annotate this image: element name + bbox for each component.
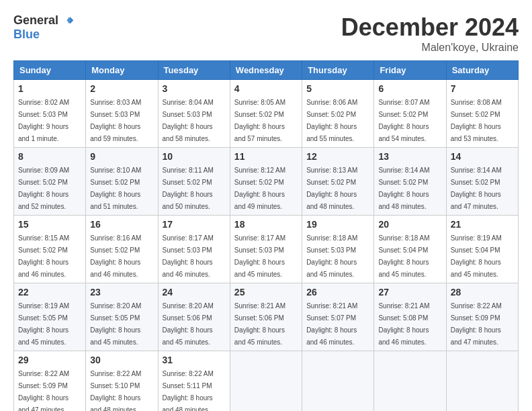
day-info: Sunrise: 8:20 AMSunset: 5:06 PMDaylight:… bbox=[163, 302, 214, 346]
day-info: Sunrise: 8:05 AMSunset: 5:02 PMDaylight:… bbox=[234, 99, 285, 142]
calendar-week-row: 22 Sunrise: 8:19 AMSunset: 5:05 PMDaylig… bbox=[14, 283, 519, 351]
calendar-day-cell bbox=[230, 351, 302, 412]
weekday-label: Saturday bbox=[446, 61, 518, 80]
calendar-day-cell: 3 Sunrise: 8:04 AMSunset: 5:03 PMDayligh… bbox=[158, 80, 230, 148]
day-number: 27 bbox=[378, 287, 441, 298]
day-number: 24 bbox=[163, 287, 226, 298]
calendar-day-cell: 10 Sunrise: 8:11 AMSunset: 5:02 PMDaylig… bbox=[158, 148, 230, 216]
calendar-day-cell: 28 Sunrise: 8:22 AMSunset: 5:09 PMDaylig… bbox=[446, 283, 518, 351]
calendar-day-cell: 30 Sunrise: 8:22 AMSunset: 5:10 PMDaylig… bbox=[86, 351, 158, 412]
calendar-day-cell: 18 Sunrise: 8:17 AMSunset: 5:03 PMDaylig… bbox=[230, 216, 302, 283]
day-info: Sunrise: 8:17 AMSunset: 5:03 PMDaylight:… bbox=[234, 234, 285, 278]
day-info: Sunrise: 8:11 AMSunset: 5:02 PMDaylight:… bbox=[163, 167, 214, 210]
day-number: 7 bbox=[451, 83, 514, 94]
calendar-day-cell: 20 Sunrise: 8:18 AMSunset: 5:04 PMDaylig… bbox=[374, 216, 446, 283]
day-info: Sunrise: 8:19 AMSunset: 5:05 PMDaylight:… bbox=[18, 302, 69, 346]
day-info: Sunrise: 8:21 AMSunset: 5:07 PMDaylight:… bbox=[306, 302, 357, 346]
day-number: 31 bbox=[163, 355, 226, 365]
calendar-day-cell bbox=[374, 351, 446, 412]
day-info: Sunrise: 8:20 AMSunset: 5:05 PMDaylight:… bbox=[90, 302, 141, 346]
calendar-day-cell bbox=[302, 351, 374, 412]
weekday-label: Monday bbox=[86, 61, 158, 80]
calendar-day-cell: 29 Sunrise: 8:22 AMSunset: 5:09 PMDaylig… bbox=[14, 351, 86, 412]
day-info: Sunrise: 8:08 AMSunset: 5:02 PMDaylight:… bbox=[451, 99, 502, 142]
calendar-day-cell: 27 Sunrise: 8:21 AMSunset: 5:08 PMDaylig… bbox=[374, 283, 446, 351]
day-number: 21 bbox=[451, 219, 514, 230]
calendar-day-cell: 1 Sunrise: 8:02 AMSunset: 5:03 PMDayligh… bbox=[14, 80, 86, 148]
day-info: Sunrise: 8:07 AMSunset: 5:02 PMDaylight:… bbox=[378, 99, 429, 142]
calendar-table: SundayMondayTuesdayWednesdayThursdayFrid… bbox=[13, 60, 519, 411]
day-info: Sunrise: 8:21 AMSunset: 5:06 PMDaylight:… bbox=[234, 302, 285, 346]
calendar-week-row: 8 Sunrise: 8:09 AMSunset: 5:02 PMDayligh… bbox=[14, 148, 519, 216]
day-number: 30 bbox=[90, 355, 153, 365]
day-info: Sunrise: 8:16 AMSunset: 5:02 PMDaylight:… bbox=[90, 234, 141, 278]
location-text: Malen'koye, Ukraine bbox=[341, 42, 519, 54]
day-info: Sunrise: 8:21 AMSunset: 5:08 PMDaylight:… bbox=[378, 302, 429, 346]
day-number: 8 bbox=[18, 151, 81, 162]
calendar-day-cell bbox=[446, 351, 518, 412]
logo: General Blue bbox=[13, 13, 75, 42]
day-info: Sunrise: 8:17 AMSunset: 5:03 PMDaylight:… bbox=[163, 234, 214, 278]
calendar-day-cell: 13 Sunrise: 8:14 AMSunset: 5:02 PMDaylig… bbox=[374, 148, 446, 216]
calendar-week-row: 1 Sunrise: 8:02 AMSunset: 5:03 PMDayligh… bbox=[14, 80, 519, 148]
day-number: 1 bbox=[18, 83, 81, 94]
day-info: Sunrise: 8:19 AMSunset: 5:04 PMDaylight:… bbox=[451, 234, 502, 278]
day-number: 2 bbox=[90, 83, 153, 94]
weekday-label: Sunday bbox=[14, 61, 86, 80]
day-number: 15 bbox=[18, 219, 81, 230]
day-info: Sunrise: 8:13 AMSunset: 5:02 PMDaylight:… bbox=[306, 167, 357, 210]
weekday-label: Wednesday bbox=[230, 61, 302, 80]
day-number: 20 bbox=[378, 219, 441, 230]
calendar-day-cell: 11 Sunrise: 8:12 AMSunset: 5:02 PMDaylig… bbox=[230, 148, 302, 216]
day-number: 12 bbox=[306, 151, 369, 162]
calendar-day-cell: 5 Sunrise: 8:06 AMSunset: 5:02 PMDayligh… bbox=[302, 80, 374, 148]
page-header: General Blue December 2024 Malen'koye, U… bbox=[13, 13, 519, 54]
calendar-day-cell: 15 Sunrise: 8:15 AMSunset: 5:02 PMDaylig… bbox=[14, 216, 86, 283]
day-number: 16 bbox=[90, 219, 153, 230]
day-number: 23 bbox=[90, 287, 153, 298]
day-number: 13 bbox=[378, 151, 441, 162]
calendar-day-cell: 31 Sunrise: 8:22 AMSunset: 5:11 PMDaylig… bbox=[158, 351, 230, 412]
day-number: 22 bbox=[18, 287, 81, 298]
calendar-day-cell: 9 Sunrise: 8:10 AMSunset: 5:02 PMDayligh… bbox=[86, 148, 158, 216]
weekday-label: Friday bbox=[374, 61, 446, 80]
month-title: December 2024 bbox=[341, 13, 519, 42]
day-info: Sunrise: 8:14 AMSunset: 5:02 PMDaylight:… bbox=[378, 167, 429, 210]
calendar-day-cell: 4 Sunrise: 8:05 AMSunset: 5:02 PMDayligh… bbox=[230, 80, 302, 148]
day-info: Sunrise: 8:10 AMSunset: 5:02 PMDaylight:… bbox=[90, 167, 141, 210]
title-section: December 2024 Malen'koye, Ukraine bbox=[341, 13, 519, 54]
day-info: Sunrise: 8:22 AMSunset: 5:10 PMDaylight:… bbox=[90, 370, 141, 411]
logo-general-text: General bbox=[13, 13, 58, 28]
day-info: Sunrise: 8:22 AMSunset: 5:09 PMDaylight:… bbox=[451, 302, 502, 346]
day-number: 19 bbox=[306, 219, 369, 230]
calendar-day-cell: 2 Sunrise: 8:03 AMSunset: 5:03 PMDayligh… bbox=[86, 80, 158, 148]
day-info: Sunrise: 8:09 AMSunset: 5:02 PMDaylight:… bbox=[18, 167, 69, 210]
day-number: 6 bbox=[378, 83, 441, 94]
calendar-day-cell: 17 Sunrise: 8:17 AMSunset: 5:03 PMDaylig… bbox=[158, 216, 230, 283]
calendar-day-cell: 22 Sunrise: 8:19 AMSunset: 5:05 PMDaylig… bbox=[14, 283, 86, 351]
calendar-day-cell: 21 Sunrise: 8:19 AMSunset: 5:04 PMDaylig… bbox=[446, 216, 518, 283]
calendar-week-row: 29 Sunrise: 8:22 AMSunset: 5:09 PMDaylig… bbox=[14, 351, 519, 412]
calendar-day-cell: 26 Sunrise: 8:21 AMSunset: 5:07 PMDaylig… bbox=[302, 283, 374, 351]
logo-blue-text: Blue bbox=[13, 28, 40, 42]
logo-icon bbox=[61, 14, 75, 28]
day-number: 9 bbox=[90, 151, 153, 162]
calendar-body: 1 Sunrise: 8:02 AMSunset: 5:03 PMDayligh… bbox=[14, 80, 519, 412]
day-info: Sunrise: 8:14 AMSunset: 5:02 PMDaylight:… bbox=[451, 167, 502, 210]
calendar-day-cell: 7 Sunrise: 8:08 AMSunset: 5:02 PMDayligh… bbox=[446, 80, 518, 148]
day-number: 25 bbox=[234, 287, 298, 298]
day-info: Sunrise: 8:18 AMSunset: 5:03 PMDaylight:… bbox=[306, 234, 357, 278]
day-number: 3 bbox=[163, 83, 226, 94]
calendar-day-cell: 16 Sunrise: 8:16 AMSunset: 5:02 PMDaylig… bbox=[86, 216, 158, 283]
day-number: 4 bbox=[234, 83, 298, 94]
day-info: Sunrise: 8:22 AMSunset: 5:09 PMDaylight:… bbox=[18, 370, 69, 411]
calendar-week-row: 15 Sunrise: 8:15 AMSunset: 5:02 PMDaylig… bbox=[14, 216, 519, 283]
day-number: 14 bbox=[451, 151, 514, 162]
day-info: Sunrise: 8:15 AMSunset: 5:02 PMDaylight:… bbox=[18, 234, 69, 278]
day-info: Sunrise: 8:22 AMSunset: 5:11 PMDaylight:… bbox=[163, 370, 214, 411]
day-number: 11 bbox=[234, 151, 298, 162]
day-number: 28 bbox=[451, 287, 514, 298]
day-info: Sunrise: 8:18 AMSunset: 5:04 PMDaylight:… bbox=[378, 234, 429, 278]
day-info: Sunrise: 8:03 AMSunset: 5:03 PMDaylight:… bbox=[90, 99, 141, 142]
day-number: 26 bbox=[306, 287, 369, 298]
